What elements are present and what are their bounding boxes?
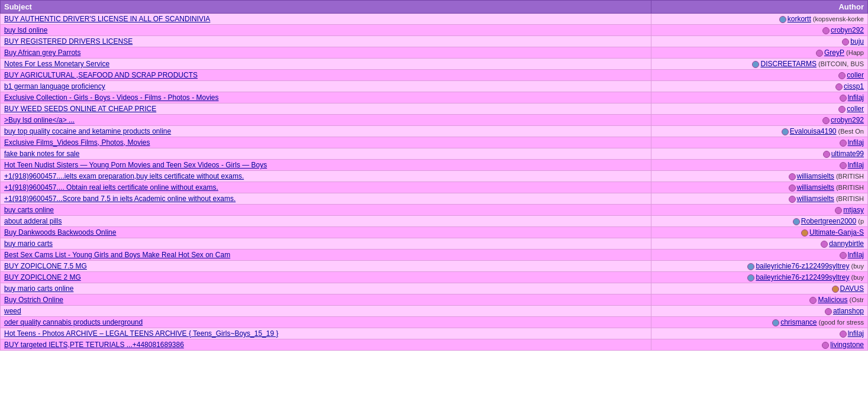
subject-cell: buy mario carts online	[1, 283, 651, 294]
subject-link[interactable]: buy lsd online	[4, 26, 47, 34]
table-row: buy lsd onlinecrobyn292	[1, 25, 868, 36]
subject-link[interactable]: b1 german language proficiency	[4, 82, 105, 90]
subject-link[interactable]: Buy Dankwoods Backwoods Online	[4, 228, 116, 237]
subject-link[interactable]: BUY REGISTERED DRIVERS LICENSE	[4, 37, 133, 46]
author-extra: (buy	[850, 263, 864, 270]
avatar-icon	[782, 128, 789, 135]
author-link[interactable]: lnfilaj	[848, 251, 864, 259]
subject-link[interactable]: >Buy lsd online</a> ...	[4, 116, 75, 124]
author-extra: (BRITISH	[834, 195, 864, 202]
avatar-icon	[816, 50, 823, 57]
author-cell: atlanshop	[651, 306, 868, 317]
author-link[interactable]: williamsielts	[797, 195, 834, 203]
table-row: Hot Teens - Photos ARCHIVE – LEGAL TEENS…	[1, 328, 868, 339]
author-extra: (p	[856, 218, 864, 225]
author-link[interactable]: lnfilaj	[848, 329, 864, 338]
subject-link[interactable]: Exclusive Films_Videos Films, Photos, Mo…	[4, 138, 150, 147]
author-column-header[interactable]: Author	[651, 1, 868, 14]
subject-link[interactable]: BUY AGRICULTURAL ,SEAFOOD AND SCRAP PROD…	[4, 71, 198, 79]
subject-link[interactable]: Buy Ostrich Online	[4, 296, 63, 304]
author-link[interactable]: atlanshop	[833, 307, 864, 315]
table-row: about adderal pillsRobertgreen2000 (p	[1, 216, 868, 227]
author-link[interactable]: crobyn292	[831, 116, 864, 124]
author-link[interactable]: Robertgreen2000	[801, 217, 856, 225]
subject-link[interactable]: buy mario carts	[4, 239, 53, 248]
author-extra: (kopsvensk-korke	[811, 15, 864, 22]
subject-cell: BUY ZOPICLONE 7.5 MG	[1, 261, 651, 272]
subject-link[interactable]: Exclusive Collection - Girls - Boys - Vi…	[4, 93, 219, 102]
author-link[interactable]: buju	[850, 37, 864, 46]
subject-link[interactable]: +1(918)9600457.... Obtain real ielts cer…	[4, 183, 218, 192]
avatar-icon	[838, 106, 846, 113]
subject-link[interactable]: BUY AUTHENTIC DRIVER'S LICENSE IN ALL OF…	[4, 15, 210, 23]
table-row: BUY WEED SEEDS ONLINE AT CHEAP PRICEcoll…	[1, 103, 868, 115]
author-extra: (Best On	[837, 128, 864, 135]
author-link[interactable]: lnfilaj	[848, 138, 864, 147]
avatar-icon	[832, 286, 839, 293]
subject-column-header[interactable]: Subject	[1, 1, 651, 14]
author-link[interactable]: Malicious	[818, 296, 847, 304]
author-link[interactable]: baileyrichie76-z122499syltrey	[756, 273, 849, 281]
table-row: >Buy lsd online</a> ...crobyn292	[1, 115, 868, 126]
subject-cell: Buy Dankwoods Backwoods Online	[1, 227, 651, 238]
subject-link[interactable]: oder quality cannabis products undergrou…	[4, 318, 143, 326]
author-cell: lnfilaj	[651, 92, 868, 103]
author-link[interactable]: livingstone	[830, 341, 864, 349]
avatar-icon	[821, 241, 828, 248]
author-link[interactable]: korkortt	[788, 15, 811, 23]
subject-link[interactable]: buy top quality cocaine and ketamine pro…	[4, 127, 171, 135]
subject-link[interactable]: BUY ZOPICLONE 7.5 MG	[4, 262, 87, 270]
author-link[interactable]: lnfilaj	[848, 93, 864, 102]
subject-cell: b1 german language proficiency	[1, 81, 651, 92]
subject-link[interactable]: Notes For Less Monetary Service	[4, 60, 109, 68]
author-cell: chrismance (good for stress	[651, 317, 868, 328]
table-row: Buy African grey ParrotsGreyP (Happ	[1, 47, 868, 59]
avatar-icon	[840, 331, 847, 338]
subject-link[interactable]: buy carts online	[4, 206, 54, 214]
subject-cell: Exclusive Films_Videos Films, Photos, Mo…	[1, 137, 651, 148]
author-link[interactable]: Evalouisa4190	[790, 127, 837, 135]
author-link[interactable]: williamsielts	[797, 172, 834, 180]
author-cell: coller	[651, 103, 868, 115]
subject-cell: Hot Teen Nudist Sisters — Young Porn Mov…	[1, 160, 651, 171]
author-link[interactable]: DAVUS	[840, 284, 864, 293]
author-link[interactable]: mtjasy	[843, 206, 864, 214]
author-link[interactable]: coller	[847, 71, 864, 79]
author-link[interactable]: DISCREETARMS	[760, 60, 816, 68]
subject-link[interactable]: Hot Teens - Photos ARCHIVE – LEGAL TEENS…	[4, 329, 278, 338]
subject-link[interactable]: Buy African grey Parrots	[4, 48, 80, 57]
subject-link[interactable]: Hot Teen Nudist Sisters — Young Porn Mov…	[4, 161, 267, 169]
subject-link[interactable]: +1(918)9600457....ielts exam preparation…	[4, 172, 244, 180]
subject-link[interactable]: BUY targeted IELTS,PTE TETURIALS ...+448…	[4, 341, 184, 349]
avatar-icon	[801, 229, 808, 237]
subject-link[interactable]: weed	[4, 307, 21, 315]
avatar-icon	[840, 95, 847, 102]
author-link[interactable]: lnfilaj	[848, 161, 864, 169]
author-link[interactable]: GreyP	[824, 48, 844, 57]
avatar-icon	[789, 173, 796, 180]
author-link[interactable]: baileyrichie76-z122499syltrey	[756, 262, 849, 270]
table-row: BUY REGISTERED DRIVERS LICENSEbuju	[1, 36, 868, 47]
subject-link[interactable]: buy mario carts online	[4, 284, 73, 293]
subject-link[interactable]: +1(918)9600457...Score band 7.5 in ielts…	[4, 195, 235, 203]
author-link[interactable]: crobyn292	[831, 26, 864, 34]
author-link[interactable]: williamsielts	[797, 183, 834, 192]
author-link[interactable]: Ultimate-Ganja-S	[809, 228, 864, 237]
subject-link[interactable]: about adderal pills	[4, 217, 62, 225]
table-row: Buy Ostrich OnlineMalicious (Ostr	[1, 294, 868, 306]
subject-link[interactable]: Best Sex Cams List - Young Girls and Boy…	[4, 251, 230, 259]
subject-cell: BUY AUTHENTIC DRIVER'S LICENSE IN ALL OF…	[1, 14, 651, 25]
subject-cell: BUY AGRICULTURAL ,SEAFOOD AND SCRAP PROD…	[1, 70, 651, 81]
author-link[interactable]: ultimate99	[831, 150, 864, 158]
avatar-icon	[789, 184, 796, 192]
author-link[interactable]: cissp1	[844, 82, 864, 90]
author-link[interactable]: chrismance	[780, 318, 817, 326]
author-cell: livingstone	[651, 339, 868, 351]
author-link[interactable]: dannybirtle	[829, 239, 864, 248]
subject-link[interactable]: BUY ZOPICLONE 2 MG	[4, 273, 81, 281]
subject-link[interactable]: fake bank notes for sale	[4, 150, 79, 158]
subject-link[interactable]: BUY WEED SEEDS ONLINE AT CHEAP PRICE	[4, 105, 156, 113]
table-row: b1 german language proficiencycissp1	[1, 81, 868, 92]
subject-cell: Best Sex Cams List - Young Girls and Boy…	[1, 250, 651, 261]
author-link[interactable]: coller	[847, 105, 864, 113]
